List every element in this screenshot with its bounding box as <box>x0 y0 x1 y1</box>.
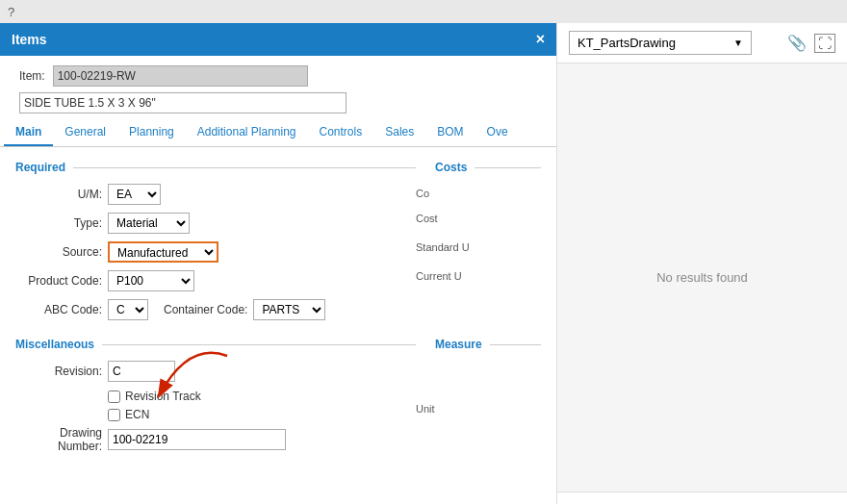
tab-planning[interactable]: Planning <box>117 119 186 146</box>
cost-label: Cost <box>416 213 541 234</box>
close-button[interactable]: × <box>536 31 545 48</box>
abc-code-label: ABC Code: <box>15 303 102 316</box>
utility-bar: ? <box>0 0 847 23</box>
standard-u-label: Standard U <box>416 241 541 263</box>
source-row: Source: Manufactured <box>15 241 416 263</box>
drawing-number-input[interactable] <box>108 429 286 450</box>
item-label: Item: <box>19 69 45 83</box>
um-select[interactable]: EA <box>108 184 161 205</box>
tab-bar: Main General Planning Additional Plannin… <box>0 119 556 147</box>
container-code-select[interactable]: PARTS <box>253 299 325 320</box>
items-panel: Items × Item: Main General Planning Addi… <box>0 23 556 504</box>
drawing-dropdown-value: KT_PartsDrawing <box>578 36 676 50</box>
cost-co-label: Co <box>416 184 541 205</box>
context-viewer-bar[interactable]: Context Viewer ▾ <box>557 491 847 504</box>
expand-button[interactable]: ⛶ <box>814 34 835 53</box>
required-section-header: Required <box>15 161 416 174</box>
type-label: Type: <box>15 216 102 230</box>
revision-track-label: Revision Track <box>125 390 201 403</box>
ecn-checkbox[interactable] <box>108 409 120 421</box>
abc-code-select[interactable]: C <box>108 299 148 320</box>
revision-label: Revision: <box>15 365 102 378</box>
abc-container-row: ABC Code: C Container Code: PARTS <box>15 299 416 320</box>
measure-section-header: Measure <box>435 338 541 351</box>
required-title: Required <box>15 161 65 174</box>
um-row: U/M: EA <box>15 184 416 205</box>
drawing-number-label: Drawing Number: <box>15 426 102 453</box>
product-code-row: Product Code: P100 <box>15 270 416 291</box>
revision-track-row: Revision Track <box>108 390 416 403</box>
type-row: Type: Material <box>15 213 416 234</box>
costs-section-header: Costs <box>435 161 541 174</box>
tab-sales[interactable]: Sales <box>373 119 425 146</box>
costs-title: Costs <box>435 161 467 174</box>
misc-section-header: Miscellaneous <box>15 338 416 351</box>
source-label: Source: <box>15 245 102 259</box>
tab-controls[interactable]: Controls <box>308 119 374 146</box>
item-description-input[interactable] <box>19 92 346 113</box>
ecn-label: ECN <box>125 408 149 421</box>
unit-label: Unit <box>416 403 541 415</box>
item-description-row <box>19 92 537 113</box>
panel-header: Items × <box>0 23 556 56</box>
revision-input[interactable] <box>108 361 175 382</box>
no-results-area: No results found <box>557 63 847 491</box>
ecn-row: ECN <box>108 408 416 421</box>
revision-track-checkbox[interactable] <box>108 391 120 403</box>
tab-bom[interactable]: BOM <box>425 119 475 146</box>
panel-title: Items <box>12 32 47 47</box>
item-number-input[interactable] <box>53 65 308 87</box>
item-header: Item: <box>0 56 556 119</box>
right-panel: KT_PartsDrawing ▼ 📎 ⛶ No results found <box>556 23 847 504</box>
product-code-select[interactable]: P100 <box>108 270 194 291</box>
right-top-bar: KT_PartsDrawing ▼ 📎 ⛶ <box>557 23 847 63</box>
attach-button[interactable]: 📎 <box>787 34 807 52</box>
dropdown-chevron-icon: ▼ <box>733 38 743 48</box>
misc-title: Miscellaneous <box>15 338 94 351</box>
question-icon[interactable]: ? <box>8 5 14 19</box>
tab-general[interactable]: General <box>53 119 117 146</box>
content-area: Required Costs <box>0 147 556 504</box>
drawing-dropdown[interactable]: KT_PartsDrawing ▼ <box>569 31 752 55</box>
current-u-label: Current U <box>416 270 541 291</box>
product-code-label: Product Code: <box>15 274 102 288</box>
attach-icon: 📎 <box>787 35 807 51</box>
source-select[interactable]: Manufactured <box>108 241 218 263</box>
container-code-label: Container Code: <box>164 303 247 316</box>
tab-main[interactable]: Main <box>4 119 53 146</box>
um-label: U/M: <box>15 188 102 201</box>
expand-icon: ⛶ <box>814 34 835 53</box>
tab-additional-planning[interactable]: Additional Planning <box>186 119 308 146</box>
revision-row: Revision: <box>15 361 416 382</box>
item-number-row: Item: <box>19 65 537 87</box>
drawing-number-row: Drawing Number: <box>15 426 416 453</box>
no-results-text: No results found <box>656 270 748 285</box>
type-select[interactable]: Material <box>108 213 190 234</box>
measure-title: Measure <box>435 338 482 351</box>
right-toolbar: 📎 ⛶ <box>787 34 835 53</box>
tab-ove[interactable]: Ove <box>475 119 520 146</box>
